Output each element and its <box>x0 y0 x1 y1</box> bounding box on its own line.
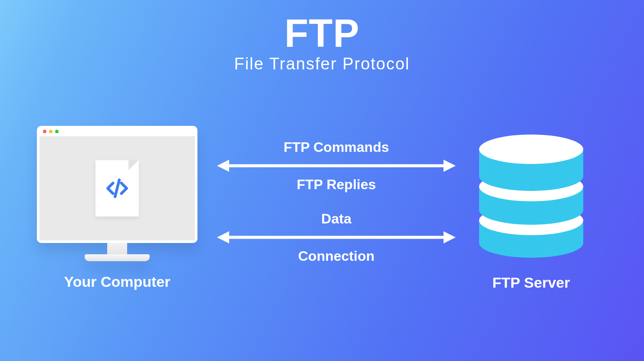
diagram-stage: Your Computer FTP Commands FTP Replies D… <box>0 113 644 321</box>
arrow-top-above-label: FTP Commands <box>217 139 456 155</box>
window-dot-close <box>43 130 46 133</box>
arrow-top-below-label: FTP Replies <box>217 176 456 193</box>
control-connection: FTP Commands FTP Replies <box>217 139 456 193</box>
code-file-icon <box>95 160 139 217</box>
svg-marker-3 <box>444 160 456 172</box>
diagram-header: FTP File Transfer Protocol <box>0 14 644 73</box>
server-node: FTP Server <box>457 126 605 291</box>
client-node: Your Computer <box>35 126 200 290</box>
server-label: FTP Server <box>457 274 605 291</box>
connection-arrows: FTP Commands FTP Replies Data Connection <box>217 139 456 265</box>
arrow-bottom-above-label: Data <box>217 210 456 227</box>
window-dot-min <box>49 130 53 133</box>
database-icon <box>470 126 592 262</box>
double-arrow-icon <box>217 230 456 245</box>
diagram-subtitle: File Transfer Protocol <box>0 55 644 73</box>
svg-marker-2 <box>217 160 229 172</box>
window-titlebar <box>39 128 195 136</box>
arrow-bottom-below-label: Connection <box>217 248 456 264</box>
svg-marker-6 <box>444 231 456 243</box>
diagram-title: FTP <box>0 14 644 53</box>
window-dot-max <box>55 130 59 133</box>
svg-point-15 <box>479 135 583 164</box>
data-connection: Data Connection <box>217 210 456 265</box>
client-label: Your Computer <box>35 273 200 290</box>
svg-marker-5 <box>217 231 229 243</box>
svg-line-0 <box>115 180 119 197</box>
computer-icon <box>37 126 197 261</box>
double-arrow-icon <box>217 158 456 174</box>
